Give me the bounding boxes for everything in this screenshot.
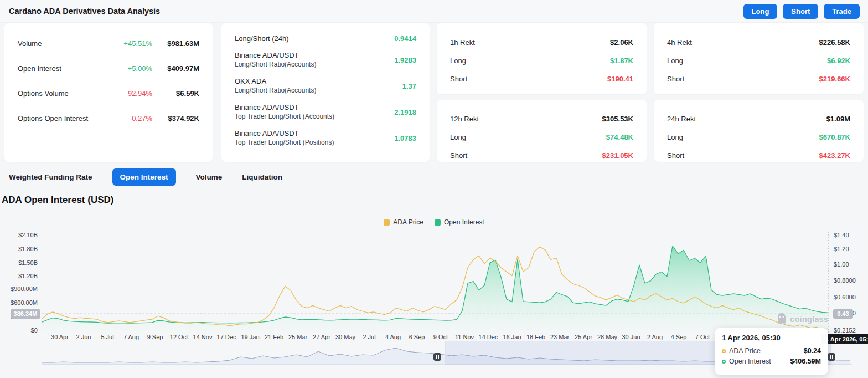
chart-tabs: Weighted Funding RateOpen InterestVolume… bbox=[9, 168, 282, 186]
ratio-labels: Long/Short (24h) bbox=[235, 34, 289, 43]
tab-open-interest[interactable]: Open Interest bbox=[112, 168, 176, 186]
x-axis-tick: 7 Aug bbox=[123, 334, 139, 340]
watermark-text: coinglass bbox=[790, 314, 828, 324]
ratio-value: 1.37 bbox=[402, 82, 416, 90]
rekt-card: 12h Rekt$305.53KLong$74.48KShort$231.05K bbox=[437, 100, 647, 162]
tooltip-row: Open Interest$406.59M bbox=[722, 357, 821, 365]
stat-row: Options Open Interest-0.27%$374.92K bbox=[18, 111, 199, 125]
left-axis-tick: $2.10B bbox=[0, 232, 38, 238]
rekt-long-value: $670.87K bbox=[819, 133, 850, 141]
chart-title: ADA Open Interest (USD) bbox=[2, 195, 113, 206]
left-axis-tick: $1.20B bbox=[0, 273, 38, 279]
right-axis-tick: $1.00 bbox=[834, 261, 849, 268]
right-axis-tick: $1.40 bbox=[834, 232, 849, 238]
rekt-card: 4h Rekt$226.58KLong$6.92KShort$219.66K bbox=[654, 23, 864, 94]
left-axis-tick: $900.00M bbox=[0, 285, 38, 292]
tooltip-series-value: $406.59M bbox=[790, 357, 821, 365]
x-axis-tick: 4 Sep bbox=[671, 334, 687, 340]
rekt-long-row: Long$1.87K bbox=[450, 55, 633, 66]
tooltip-rows: ADA Price$0.24Open Interest$406.59M bbox=[722, 347, 821, 365]
rekt-total-value: $305.53K bbox=[602, 115, 633, 123]
x-axis-tick: 11 Nov bbox=[455, 334, 474, 340]
rekt-total-row: 12h Rekt$305.53K bbox=[450, 113, 633, 124]
x-axis-tick: 19 Jan bbox=[241, 334, 259, 340]
tooltip-row: ADA Price$0.24 bbox=[722, 347, 821, 355]
tab-weighted-funding-rate[interactable]: Weighted Funding Rate bbox=[9, 173, 92, 181]
rekt-card: 24h Rekt$1.09MLong$670.87KShort$423.27K bbox=[654, 100, 864, 162]
stat-row: Volume+45.51%$981.63M bbox=[18, 37, 199, 50]
ratio-label: Binance ADA/USDT bbox=[235, 103, 334, 112]
rekt-long-value: $1.87K bbox=[610, 57, 633, 65]
left-axis-tick: $0 bbox=[0, 327, 38, 334]
x-axis-tick: 2 Jun bbox=[76, 334, 91, 340]
tooltip-series-label: Open Interest bbox=[729, 357, 771, 365]
rekt-short-label: Short bbox=[667, 75, 684, 83]
legend-item-open-interest[interactable]: Open Interest bbox=[435, 218, 484, 226]
right-axis-tick: $1.20 bbox=[834, 246, 849, 252]
x-axis-tick: 9 Oct bbox=[433, 334, 448, 340]
x-axis-tick: 25 Mar bbox=[288, 334, 307, 340]
tooltip-series-value: $0.24 bbox=[804, 347, 821, 355]
rekt-title: 24h Rekt bbox=[667, 115, 696, 123]
x-axis-tick: 2 Aug bbox=[647, 334, 663, 340]
right-axis-tick: $0.2152 bbox=[834, 327, 856, 334]
ratio-labels: Binance ADA/USDTTop Trader Long/Short (P… bbox=[235, 129, 334, 147]
stat-value: $374.92K bbox=[152, 114, 199, 122]
legend-label: ADA Price bbox=[393, 218, 423, 226]
rekt-long-row: Long$6.92K bbox=[667, 55, 850, 66]
rekt-title: 12h Rekt bbox=[450, 115, 479, 123]
latest-price-badge: 0.43 bbox=[833, 309, 853, 319]
x-axis-tick: 6 Sep bbox=[409, 334, 425, 340]
rekt-short-value: $423.27K bbox=[819, 151, 850, 160]
rekt-total-value: $226.58K bbox=[819, 38, 850, 47]
ratio-value: 2.1918 bbox=[394, 108, 416, 116]
rekt-short-row: Short$190.41 bbox=[450, 73, 633, 84]
trade-action-button[interactable]: Long bbox=[743, 4, 778, 19]
latest-oi-badge: 386.34M bbox=[11, 309, 40, 319]
navigator-right-handle[interactable] bbox=[828, 353, 835, 361]
coinglass-logo-icon bbox=[776, 313, 787, 325]
stat-value: $6.59K bbox=[152, 89, 199, 98]
legend-item-ada-price[interactable]: ADA Price bbox=[384, 218, 423, 226]
rekt-long-row: Long$74.48K bbox=[450, 131, 633, 142]
ratio-label: Binance ADA/USDT bbox=[235, 50, 316, 60]
tab-volume[interactable]: Volume bbox=[196, 173, 223, 181]
tab-liquidation[interactable]: Liquidation bbox=[242, 173, 282, 181]
stat-value: $981.63M bbox=[152, 39, 199, 48]
left-axis-tick: $600.00M bbox=[0, 299, 38, 306]
tooltip-series-label: ADA Price bbox=[729, 347, 761, 355]
ratio-row: Binance ADA/USDTTop Trader Long/Short (A… bbox=[235, 103, 416, 121]
tooltip-series-dot bbox=[722, 360, 726, 364]
stat-change-pct: -92.94% bbox=[113, 89, 152, 98]
stat-label: Options Volume bbox=[18, 89, 69, 98]
ratio-value: 0.9414 bbox=[394, 34, 416, 43]
navigator-left-handle[interactable] bbox=[433, 353, 441, 361]
x-axis-tick: 30 Jun bbox=[622, 334, 640, 340]
x-axis-tick: 2 Jul bbox=[363, 334, 375, 340]
x-axis-tick: 27 Apr bbox=[313, 334, 330, 340]
rekt-long-value: $6.92K bbox=[827, 57, 850, 65]
ratio-label: OKX ADA bbox=[235, 76, 316, 86]
coinglass-watermark: coinglass bbox=[776, 313, 828, 325]
rekt-total-row: 4h Rekt$226.58K bbox=[667, 37, 850, 48]
header-buttons: LongShortTrade bbox=[743, 4, 860, 19]
ratio-sublabel: Top Trader Long/Short (Positions) bbox=[235, 138, 334, 147]
trade-action-button[interactable]: Short bbox=[783, 4, 818, 19]
rekt-short-value: $231.05K bbox=[602, 151, 633, 160]
tooltip-series-dot bbox=[722, 349, 726, 353]
app-root: Cardano ADA Derivatives Data Analysis Lo… bbox=[0, 0, 868, 378]
ratio-row: Long/Short (24h)0.9414 bbox=[235, 34, 416, 43]
ratio-sublabel: Long/Short Ratio(Accounts) bbox=[235, 60, 316, 69]
stat-label: Open Interest bbox=[18, 64, 61, 73]
x-axis-tick: 4 Aug bbox=[385, 334, 401, 340]
rekt-total-value: $2.06K bbox=[610, 38, 633, 47]
x-axis-tick: 16 Jan bbox=[503, 334, 521, 340]
rekt-long-label: Long bbox=[450, 57, 466, 65]
x-axis-tick: 9 Sep bbox=[147, 334, 163, 340]
ratio-value: 1.9283 bbox=[394, 56, 416, 64]
x-axis-tick: 17 Dec bbox=[217, 334, 236, 340]
stat-label: Options Open Interest bbox=[18, 114, 88, 122]
left-axis-tick: $1.80B bbox=[0, 246, 38, 252]
trade-action-button[interactable]: Trade bbox=[824, 4, 860, 19]
x-axis-tick: 23 Mar bbox=[550, 334, 569, 340]
